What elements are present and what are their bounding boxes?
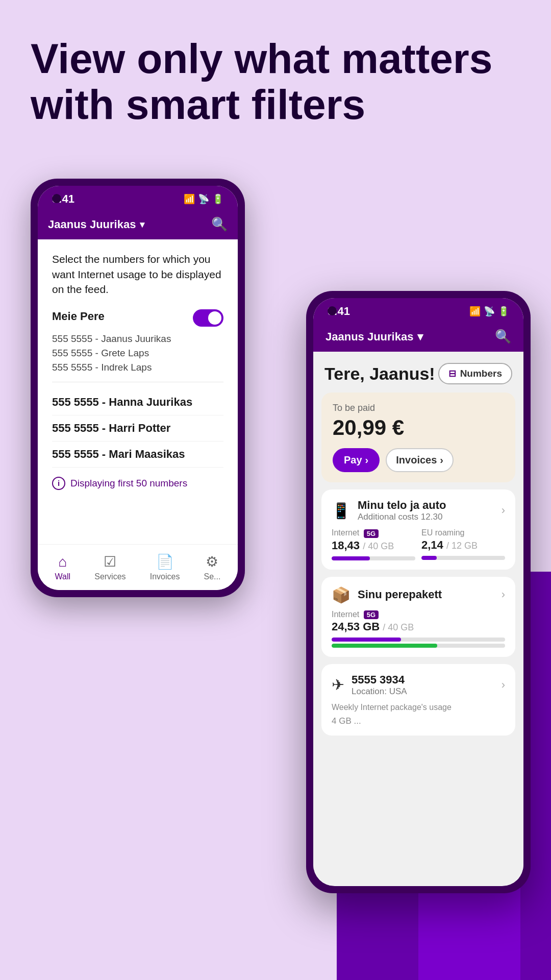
group-label: Meie Pere xyxy=(52,310,105,323)
info-row: i Displaying first 50 numbers xyxy=(52,468,223,499)
service-card-2-header: 📦 Sinu perepakett › xyxy=(332,586,505,604)
phone-back: 9:41 📶 📡 🔋 Jaanus Juurikas ▾ 🔍 Select th… xyxy=(31,179,245,597)
numbers-btn-label: Numbers xyxy=(460,368,502,379)
user-name-front: Jaanus Juurikas xyxy=(325,330,413,344)
status-icons-back: 📶 📡 🔋 xyxy=(184,193,223,205)
filter-item-2[interactable]: 555 5555 - Harri Potter xyxy=(52,415,223,442)
service-location-3: Location: USA xyxy=(352,687,407,697)
phone-front: 9:41 📶 📡 🔋 Jaanus Juurikas ▾ 🔍 Tere, Jaa… xyxy=(306,291,531,893)
service-title-1: Minu telo ja auto xyxy=(358,499,446,512)
phone-front-inner: 9:41 📶 📡 🔋 Jaanus Juurikas ▾ 🔍 Tere, Jaa… xyxy=(313,298,523,886)
divider-1 xyxy=(52,382,223,382)
eu-progress-1 xyxy=(421,556,505,560)
invoices-label: Invoices xyxy=(396,454,437,466)
nav-item-invoices[interactable]: 📄 Invoices xyxy=(150,553,180,581)
internet-progress-1 xyxy=(332,556,415,560)
chevron-right-icon-3: › xyxy=(502,678,505,692)
service-card-1[interactable]: 📱 Minu telo ja auto Additional costs 12.… xyxy=(321,489,515,569)
badge-5g-2: 5G xyxy=(364,610,379,619)
invoices-button[interactable]: Invoices › xyxy=(386,448,454,472)
service-card-1-info: Minu telo ja auto Additional costs 12.30 xyxy=(358,499,446,522)
headline-section: View only what matters with smart filter… xyxy=(0,0,551,148)
services-icon: ☑ xyxy=(104,553,116,570)
headline-text: View only what matters with smart filter… xyxy=(31,36,520,128)
pay-arrow-icon: › xyxy=(365,454,369,466)
filter-item-1[interactable]: 555 5555 - Hanna Juurikas xyxy=(52,389,223,415)
eu-label-1: EU roaming xyxy=(421,528,505,537)
pay-label: Pay xyxy=(344,454,362,466)
internet-value-2: 24,53 GB / 40 GB xyxy=(332,620,505,633)
nav-label-invoices: Invoices xyxy=(150,572,180,581)
user-bar-back[interactable]: Jaanus Juurikas ▾ 🔍 xyxy=(38,212,238,239)
settings-icon: ⚙ xyxy=(206,553,218,570)
nav-label-services: Services xyxy=(94,572,126,581)
battery-icon-back: 🔋 xyxy=(212,193,223,205)
wifi-icon-front: 📡 xyxy=(484,306,495,317)
nav-label-settings: Se... xyxy=(204,572,221,581)
weekly-label-3: Weekly Internet package's usage xyxy=(332,703,505,712)
internet-col-1: Internet 5G 18,43 / 40 GB xyxy=(332,528,415,560)
sub-item-1: 555 5555 - Jaanus Juurikas xyxy=(52,332,223,346)
greeting-text: Tere, Jaanus! xyxy=(324,364,435,384)
payment-card: To be paid 20,99 € Pay › Invoices › xyxy=(321,393,515,482)
wifi-icon-back: 📡 xyxy=(198,193,209,205)
bottom-nav-back: ⌂ Wall ☑ Services 📄 Invoices ⚙ Se... xyxy=(38,544,238,590)
info-icon: i xyxy=(52,477,65,490)
info-text: Displaying first 50 numbers xyxy=(70,478,187,489)
phones-container: 9:41 📶 📡 🔋 Jaanus Juurikas ▾ 🔍 Select th… xyxy=(0,148,551,903)
internet-progress-2 xyxy=(332,638,505,642)
eu-value-1: 2,14 / 12 GB xyxy=(421,538,505,552)
search-icon-back[interactable]: 🔍 xyxy=(211,216,228,232)
service-card-3-header: ✈ 5555 3934 Location: USA › xyxy=(332,673,505,697)
greeting-row: Tere, Jaanus! ⊟ Numbers xyxy=(313,352,523,393)
purple-fill-2 xyxy=(332,638,401,642)
chevron-down-icon-back: ▾ xyxy=(140,219,144,230)
to-be-paid-label: To be paid xyxy=(333,403,504,413)
signal-icon-front: 📶 xyxy=(469,306,481,317)
phone-back-inner: 9:41 📶 📡 🔋 Jaanus Juurikas ▾ 🔍 Select th… xyxy=(38,186,238,590)
payment-amount: 20,99 € xyxy=(333,415,504,440)
device-icon-2: 📦 xyxy=(332,586,350,604)
chevron-down-icon-front: ▾ xyxy=(417,330,423,344)
toggle-switch[interactable] xyxy=(193,309,223,327)
filter-icon: ⊟ xyxy=(448,368,456,379)
service-card-1-left: 📱 Minu telo ja auto Additional costs 12.… xyxy=(332,499,446,522)
green-progress-2 xyxy=(332,644,505,648)
filter-content: Select the numbers for which you want In… xyxy=(38,239,238,511)
service-number-3: 5555 3934 xyxy=(352,673,407,687)
device-icon-1: 📱 xyxy=(332,502,350,520)
sub-item-2: 555 5555 - Grete Laps xyxy=(52,346,223,360)
user-bar-front[interactable]: Jaanus Juurikas ▾ 🔍 xyxy=(313,325,523,352)
search-icon-front[interactable]: 🔍 xyxy=(495,329,511,345)
status-icons-front: 📶 📡 🔋 xyxy=(469,306,509,317)
payment-actions: Pay › Invoices › xyxy=(333,448,504,472)
service-card-3-left: ✈ 5555 3934 Location: USA xyxy=(332,673,407,697)
green-fill-2 xyxy=(332,644,437,648)
service-title-2: Sinu perepakett xyxy=(358,588,442,601)
nav-item-services[interactable]: ☑ Services xyxy=(94,553,126,581)
chevron-right-icon-1: › xyxy=(502,504,505,517)
service-card-1-header: 📱 Minu telo ja auto Additional costs 12.… xyxy=(332,499,505,522)
partial-value-3: 4 GB ... xyxy=(332,716,505,726)
internet-value-1: 18,43 / 40 GB xyxy=(332,539,415,552)
dashboard-content: Tere, Jaanus! ⊟ Numbers To be paid 20,99… xyxy=(313,352,523,886)
service-card-3-info: 5555 3934 Location: USA xyxy=(352,673,407,697)
badge-5g-1: 5G xyxy=(364,529,379,538)
pay-button[interactable]: Pay › xyxy=(333,448,380,472)
nav-label-wall: Wall xyxy=(55,572,71,581)
user-name-back: Jaanus Juurikas xyxy=(48,218,136,231)
nav-item-settings[interactable]: ⚙ Se... xyxy=(204,553,221,581)
status-bar-front: 9:41 📶 📡 🔋 xyxy=(313,298,523,325)
filter-item-3[interactable]: 555 5555 - Mari Maasikas xyxy=(52,442,223,468)
numbers-filter-button[interactable]: ⊟ Numbers xyxy=(438,363,512,384)
invoices-arrow-icon: › xyxy=(440,454,443,466)
nav-item-wall[interactable]: ⌂ Wall xyxy=(55,554,71,581)
service-card-2[interactable]: 📦 Sinu perepakett › Internet 5G 24,53 GB… xyxy=(321,577,515,657)
status-bar-back: 9:41 📶 📡 🔋 xyxy=(38,186,238,212)
wall-icon: ⌂ xyxy=(58,554,67,570)
internet-label-1: Internet 5G xyxy=(332,528,415,537)
invoices-icon: 📄 xyxy=(156,553,174,570)
battery-icon-front: 🔋 xyxy=(498,306,509,317)
service-card-3[interactable]: ✈ 5555 3934 Location: USA › Weekly Inter… xyxy=(321,664,515,736)
group-toggle-row: Meie Pere xyxy=(52,309,223,327)
